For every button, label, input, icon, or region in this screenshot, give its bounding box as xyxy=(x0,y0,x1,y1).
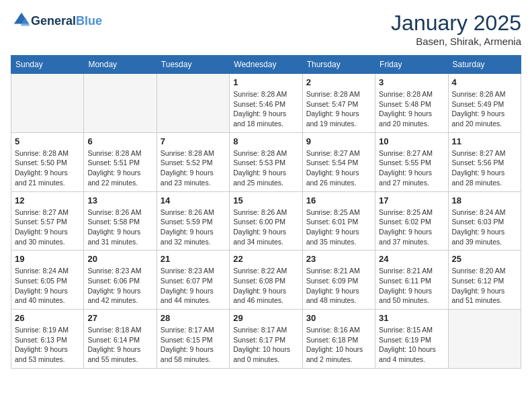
day-info: Sunrise: 8:25 AM Sunset: 6:02 PM Dayligh… xyxy=(379,208,444,247)
day-info: Sunrise: 8:26 AM Sunset: 5:59 PM Dayligh… xyxy=(161,208,226,247)
day-number: 15 xyxy=(233,195,298,205)
day-number: 7 xyxy=(161,136,226,146)
day-number: 4 xyxy=(452,77,517,87)
location: Basen, Shirak, Armenia xyxy=(391,36,521,47)
calendar-cell: 22Sunrise: 8:22 AM Sunset: 6:08 PM Dayli… xyxy=(230,250,302,310)
weekday-header-saturday: Saturday xyxy=(448,56,521,74)
weekday-header-thursday: Thursday xyxy=(302,56,375,74)
calendar-cell: 28Sunrise: 8:17 AM Sunset: 6:15 PM Dayli… xyxy=(157,310,229,369)
day-number: 12 xyxy=(15,195,80,205)
calendar-cell: 3Sunrise: 8:28 AM Sunset: 5:48 PM Daylig… xyxy=(375,74,448,133)
calendar-cell: 16Sunrise: 8:25 AM Sunset: 6:01 PM Dayli… xyxy=(302,191,375,250)
day-number: 27 xyxy=(87,313,152,323)
title-block: January 2025 Basen, Shirak, Armenia xyxy=(391,11,521,47)
day-info: Sunrise: 8:19 AM Sunset: 6:13 PM Dayligh… xyxy=(15,325,80,365)
calendar-cell xyxy=(11,74,84,133)
day-number: 9 xyxy=(306,136,371,146)
calendar-cell: 30Sunrise: 8:16 AM Sunset: 6:18 PM Dayli… xyxy=(302,310,375,369)
calendar-week-row: 1Sunrise: 8:28 AM Sunset: 5:46 PM Daylig… xyxy=(11,74,521,133)
calendar-week-row: 5Sunrise: 8:28 AM Sunset: 5:50 PM Daylig… xyxy=(11,132,521,191)
day-number: 2 xyxy=(306,77,371,87)
day-info: Sunrise: 8:28 AM Sunset: 5:52 PM Dayligh… xyxy=(161,148,226,188)
day-info: Sunrise: 8:27 AM Sunset: 5:56 PM Dayligh… xyxy=(452,148,517,188)
calendar-cell: 14Sunrise: 8:26 AM Sunset: 5:59 PM Dayli… xyxy=(157,191,229,250)
calendar-cell: 19Sunrise: 8:24 AM Sunset: 6:05 PM Dayli… xyxy=(11,250,84,310)
weekday-header-tuesday: Tuesday xyxy=(157,56,229,74)
day-info: Sunrise: 8:26 AM Sunset: 6:00 PM Dayligh… xyxy=(233,208,298,247)
calendar-cell: 5Sunrise: 8:28 AM Sunset: 5:50 PM Daylig… xyxy=(11,132,84,191)
day-info: Sunrise: 8:26 AM Sunset: 5:58 PM Dayligh… xyxy=(87,208,152,247)
calendar-cell: 6Sunrise: 8:28 AM Sunset: 5:51 PM Daylig… xyxy=(84,132,157,191)
day-info: Sunrise: 8:21 AM Sunset: 6:09 PM Dayligh… xyxy=(306,266,371,306)
calendar-cell xyxy=(448,310,521,369)
day-number: 19 xyxy=(15,254,80,264)
calendar-cell: 15Sunrise: 8:26 AM Sunset: 6:00 PM Dayli… xyxy=(230,191,302,250)
calendar-cell: 2Sunrise: 8:28 AM Sunset: 5:47 PM Daylig… xyxy=(302,74,375,133)
day-info: Sunrise: 8:15 AM Sunset: 6:19 PM Dayligh… xyxy=(379,325,444,365)
calendar-cell: 11Sunrise: 8:27 AM Sunset: 5:56 PM Dayli… xyxy=(448,132,521,191)
day-number: 14 xyxy=(161,195,226,205)
day-info: Sunrise: 8:28 AM Sunset: 5:50 PM Dayligh… xyxy=(15,148,80,188)
calendar-week-row: 26Sunrise: 8:19 AM Sunset: 6:13 PM Dayli… xyxy=(11,310,521,369)
day-info: Sunrise: 8:20 AM Sunset: 6:12 PM Dayligh… xyxy=(452,266,517,306)
calendar-cell: 10Sunrise: 8:27 AM Sunset: 5:55 PM Dayli… xyxy=(375,132,448,191)
day-number: 11 xyxy=(452,136,517,146)
calendar-cell: 21Sunrise: 8:23 AM Sunset: 6:07 PM Dayli… xyxy=(157,250,229,310)
day-number: 25 xyxy=(452,254,517,264)
day-info: Sunrise: 8:27 AM Sunset: 5:57 PM Dayligh… xyxy=(15,208,80,247)
day-number: 30 xyxy=(306,313,371,323)
calendar-cell: 24Sunrise: 8:21 AM Sunset: 6:11 PM Dayli… xyxy=(375,250,448,310)
day-info: Sunrise: 8:17 AM Sunset: 6:17 PM Dayligh… xyxy=(233,325,298,365)
logo-text-blue: Blue xyxy=(76,14,102,28)
calendar-cell: 26Sunrise: 8:19 AM Sunset: 6:13 PM Dayli… xyxy=(11,310,84,369)
month-title: January 2025 xyxy=(391,11,521,36)
day-info: Sunrise: 8:16 AM Sunset: 6:18 PM Dayligh… xyxy=(306,325,371,365)
day-number: 21 xyxy=(161,254,226,264)
calendar-cell: 23Sunrise: 8:21 AM Sunset: 6:09 PM Dayli… xyxy=(302,250,375,310)
day-number: 8 xyxy=(233,136,298,146)
calendar-cell: 12Sunrise: 8:27 AM Sunset: 5:57 PM Dayli… xyxy=(11,191,84,250)
calendar-cell xyxy=(84,74,157,133)
day-info: Sunrise: 8:17 AM Sunset: 6:15 PM Dayligh… xyxy=(161,325,226,365)
day-info: Sunrise: 8:27 AM Sunset: 5:55 PM Dayligh… xyxy=(379,148,444,188)
day-number: 20 xyxy=(87,254,152,264)
day-number: 5 xyxy=(15,136,80,146)
calendar-cell: 31Sunrise: 8:15 AM Sunset: 6:19 PM Dayli… xyxy=(375,310,448,369)
day-info: Sunrise: 8:28 AM Sunset: 5:48 PM Dayligh… xyxy=(379,89,444,129)
calendar-cell: 8Sunrise: 8:28 AM Sunset: 5:53 PM Daylig… xyxy=(230,132,302,191)
calendar-cell: 1Sunrise: 8:28 AM Sunset: 5:46 PM Daylig… xyxy=(230,74,302,133)
calendar-cell: 20Sunrise: 8:23 AM Sunset: 6:06 PM Dayli… xyxy=(84,250,157,310)
day-info: Sunrise: 8:25 AM Sunset: 6:01 PM Dayligh… xyxy=(306,208,371,247)
day-number: 18 xyxy=(452,195,517,205)
day-info: Sunrise: 8:22 AM Sunset: 6:08 PM Dayligh… xyxy=(233,266,298,306)
calendar-cell: 18Sunrise: 8:24 AM Sunset: 6:03 PM Dayli… xyxy=(448,191,521,250)
logo: GeneralBlue xyxy=(11,11,102,32)
calendar-cell: 17Sunrise: 8:25 AM Sunset: 6:02 PM Dayli… xyxy=(375,191,448,250)
day-number: 10 xyxy=(379,136,444,146)
day-info: Sunrise: 8:28 AM Sunset: 5:46 PM Dayligh… xyxy=(233,89,298,129)
day-info: Sunrise: 8:23 AM Sunset: 6:07 PM Dayligh… xyxy=(161,266,226,306)
calendar-week-row: 19Sunrise: 8:24 AM Sunset: 6:05 PM Dayli… xyxy=(11,250,521,310)
calendar-cell: 9Sunrise: 8:27 AM Sunset: 5:54 PM Daylig… xyxy=(302,132,375,191)
day-number: 17 xyxy=(379,195,444,205)
weekday-header-monday: Monday xyxy=(84,56,157,74)
logo-icon xyxy=(12,11,31,30)
day-info: Sunrise: 8:21 AM Sunset: 6:11 PM Dayligh… xyxy=(379,266,444,306)
day-info: Sunrise: 8:24 AM Sunset: 6:03 PM Dayligh… xyxy=(452,208,517,247)
day-info: Sunrise: 8:28 AM Sunset: 5:51 PM Dayligh… xyxy=(87,148,152,188)
day-info: Sunrise: 8:28 AM Sunset: 5:49 PM Dayligh… xyxy=(452,89,517,129)
calendar-cell: 27Sunrise: 8:18 AM Sunset: 6:14 PM Dayli… xyxy=(84,310,157,369)
calendar-cell: 4Sunrise: 8:28 AM Sunset: 5:49 PM Daylig… xyxy=(448,74,521,133)
day-number: 26 xyxy=(15,313,80,323)
day-info: Sunrise: 8:23 AM Sunset: 6:06 PM Dayligh… xyxy=(87,266,152,306)
day-number: 6 xyxy=(87,136,152,146)
day-info: Sunrise: 8:28 AM Sunset: 5:53 PM Dayligh… xyxy=(233,148,298,188)
day-number: 28 xyxy=(161,313,226,323)
day-number: 24 xyxy=(379,254,444,264)
logo-text-general: General xyxy=(31,14,76,28)
day-number: 22 xyxy=(233,254,298,264)
calendar-cell: 7Sunrise: 8:28 AM Sunset: 5:52 PM Daylig… xyxy=(157,132,229,191)
day-info: Sunrise: 8:18 AM Sunset: 6:14 PM Dayligh… xyxy=(87,325,152,365)
day-number: 29 xyxy=(233,313,298,323)
calendar-cell: 25Sunrise: 8:20 AM Sunset: 6:12 PM Dayli… xyxy=(448,250,521,310)
